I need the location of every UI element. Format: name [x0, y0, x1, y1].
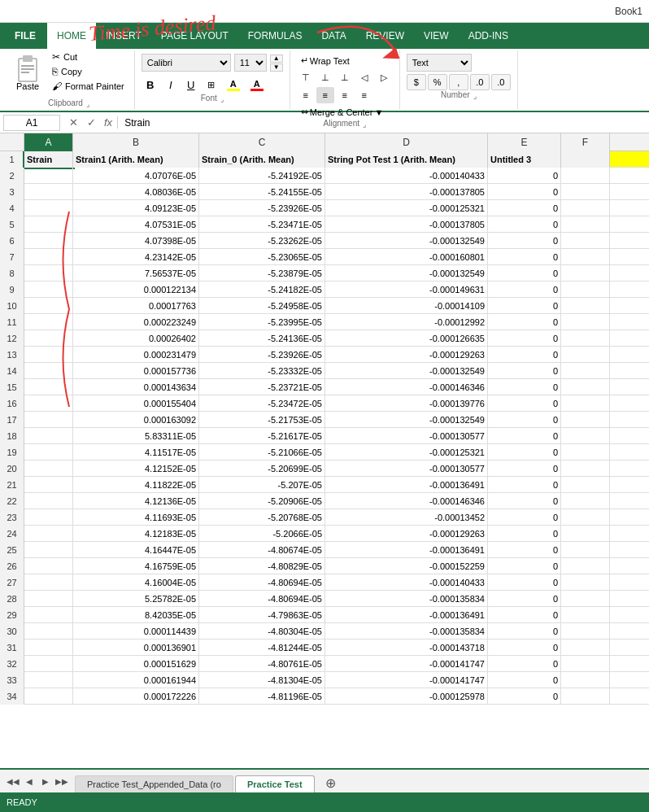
merge-center-button[interactable]: ⇔ Merge & Center ▼: [297, 105, 393, 119]
list-item[interactable]: 4.08036E-05: [73, 184, 199, 200]
list-item[interactable]: -5.20906E-05: [199, 493, 325, 509]
align-middle-button[interactable]: ⊥: [316, 69, 334, 85]
list-item[interactable]: [561, 640, 610, 656]
list-item[interactable]: -4.80761E-05: [199, 656, 325, 672]
comma-button[interactable]: ,: [449, 74, 468, 90]
number-expand-icon[interactable]: ⌟: [473, 92, 477, 100]
list-item[interactable]: -5.21066E-05: [199, 444, 325, 461]
list-item[interactable]: -0.00014109: [325, 298, 488, 314]
list-item[interactable]: -0.000137805: [325, 184, 488, 200]
align-bottom-button[interactable]: ⊥: [336, 69, 354, 85]
list-item[interactable]: [561, 428, 610, 444]
indent-decrease-button[interactable]: ◁: [355, 69, 373, 85]
list-item[interactable]: -0.000143718: [325, 640, 488, 656]
list-item[interactable]: [24, 444, 73, 461]
italic-button[interactable]: I: [162, 76, 180, 94]
list-item[interactable]: [561, 623, 610, 640]
list-item[interactable]: 0: [488, 688, 561, 705]
list-item[interactable]: -0.000146346: [325, 379, 488, 395]
list-item[interactable]: 0.000172226: [73, 688, 199, 705]
list-item[interactable]: 0: [488, 379, 561, 395]
format-painter-button[interactable]: 🖌 Format Painter: [49, 80, 128, 93]
list-item[interactable]: 0.000163092: [73, 412, 199, 428]
list-item[interactable]: 0.000151629: [73, 656, 199, 672]
list-item[interactable]: -4.81244E-05: [199, 640, 325, 656]
list-item[interactable]: 0.000155404: [73, 395, 199, 412]
col-header-b[interactable]: B: [73, 133, 199, 151]
list-item[interactable]: [561, 395, 610, 412]
list-item[interactable]: 4.16759E-05: [73, 558, 199, 574]
list-item[interactable]: -5.20699E-05: [199, 461, 325, 477]
list-item[interactable]: 0: [488, 363, 561, 379]
list-item[interactable]: 0: [488, 347, 561, 363]
cell-f1[interactable]: [561, 151, 610, 168]
align-top-button[interactable]: ⊤: [297, 69, 315, 85]
list-item[interactable]: -4.79863E-05: [199, 607, 325, 623]
percent-button[interactable]: %: [428, 74, 447, 90]
list-item[interactable]: [24, 428, 73, 444]
list-item[interactable]: 4.16004E-05: [73, 574, 199, 591]
list-item[interactable]: -5.21617E-05: [199, 428, 325, 444]
list-item[interactable]: 4.07398E-05: [73, 233, 199, 249]
cell-reference-input[interactable]: [3, 115, 60, 131]
list-item[interactable]: [561, 461, 610, 477]
list-item[interactable]: -0.000136491: [325, 542, 488, 558]
align-left-button[interactable]: ≡: [297, 87, 315, 103]
list-item[interactable]: [561, 233, 610, 249]
list-item[interactable]: [561, 216, 610, 233]
clipboard-expand-icon[interactable]: ⌟: [86, 100, 89, 108]
list-item[interactable]: 0.000231479: [73, 347, 199, 363]
list-item[interactable]: -5.23926E-05: [199, 200, 325, 216]
currency-button[interactable]: $: [407, 74, 426, 90]
list-item[interactable]: -0.000152259: [325, 558, 488, 574]
list-item[interactable]: 5.25782E-05: [73, 591, 199, 607]
fill-color-button[interactable]: A: [223, 79, 244, 91]
list-item[interactable]: -5.24136E-05: [199, 330, 325, 347]
list-item[interactable]: -0.000146346: [325, 493, 488, 509]
font-color-button[interactable]: A: [246, 79, 268, 91]
list-item[interactable]: [561, 493, 610, 509]
tab-insert[interactable]: INSERT: [96, 23, 151, 49]
list-item[interactable]: 7.56537E-05: [73, 265, 199, 282]
list-item[interactable]: [24, 412, 73, 428]
list-item[interactable]: 4.16447E-05: [73, 542, 199, 558]
list-item[interactable]: 0: [488, 298, 561, 314]
list-item[interactable]: [24, 363, 73, 379]
list-item[interactable]: -0.000125321: [325, 200, 488, 216]
list-item[interactable]: 0: [488, 558, 561, 574]
cell-d1[interactable]: String Pot Test 1 (Arith. Mean): [325, 151, 488, 168]
list-item[interactable]: [24, 526, 73, 542]
list-item[interactable]: [24, 558, 73, 574]
list-item[interactable]: -5.23721E-05: [199, 379, 325, 395]
list-item[interactable]: [561, 168, 610, 184]
list-item[interactable]: [24, 168, 73, 184]
list-item[interactable]: -5.23995E-05: [199, 314, 325, 330]
list-item[interactable]: [561, 591, 610, 607]
list-item[interactable]: 0: [488, 591, 561, 607]
list-item[interactable]: -0.00013452: [325, 509, 488, 526]
list-item[interactable]: [24, 314, 73, 330]
list-item[interactable]: 4.11822E-05: [73, 477, 199, 493]
list-item[interactable]: [561, 526, 610, 542]
list-item[interactable]: -0.000149631: [325, 282, 488, 298]
add-sheet-button[interactable]: ⊕: [321, 773, 341, 792]
tab-formulas[interactable]: FORMULAS: [238, 23, 312, 49]
cell-b1[interactable]: Strain1 (Arith. Mean): [73, 151, 199, 168]
paste-button[interactable]: Paste: [10, 50, 46, 98]
list-item[interactable]: [561, 298, 610, 314]
list-item[interactable]: -5.207E-05: [199, 477, 325, 493]
list-item[interactable]: 0.000136901: [73, 640, 199, 656]
list-item[interactable]: [24, 574, 73, 591]
list-item[interactable]: 4.12183E-05: [73, 526, 199, 542]
list-item[interactable]: -5.24182E-05: [199, 282, 325, 298]
list-item[interactable]: [561, 542, 610, 558]
list-item[interactable]: [24, 200, 73, 216]
sheet-nav-next[interactable]: ▶: [39, 775, 52, 788]
list-item[interactable]: [24, 265, 73, 282]
list-item[interactable]: -0.000129263: [325, 526, 488, 542]
list-item[interactable]: 0: [488, 282, 561, 298]
decimal-decrease-button[interactable]: .0: [491, 74, 511, 90]
col-header-c[interactable]: C: [199, 133, 325, 151]
list-item[interactable]: 8.42035E-05: [73, 607, 199, 623]
list-item[interactable]: [561, 184, 610, 200]
